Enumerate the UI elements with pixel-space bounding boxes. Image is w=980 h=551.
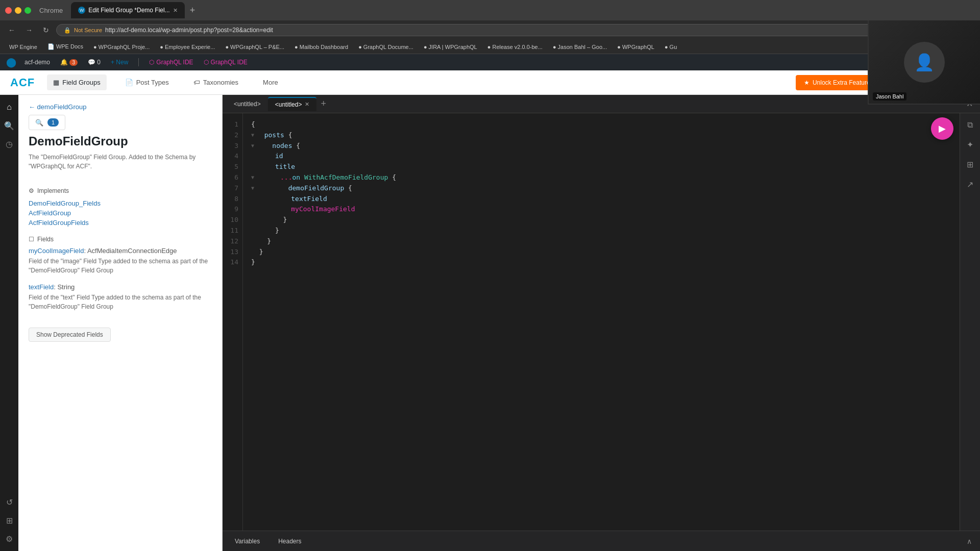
side-actions: ⧉ ✦ ⊞ ↗ xyxy=(960,113,980,531)
admin-bar-graphql-ide-2[interactable]: ⬡ GraphQL IDE xyxy=(202,58,250,67)
close-window-button[interactable] xyxy=(5,7,12,14)
sidebar-icon-grid[interactable]: ⊞ xyxy=(1,512,17,529)
camera-person-name: Jason Bahl xyxy=(873,92,906,101)
bookmark-release[interactable]: ● Release v2.0.0-be... xyxy=(483,43,547,51)
bookmark-mailbob[interactable]: ● Mailbob Dashboard xyxy=(290,43,352,51)
field-groups-icon: ▦ xyxy=(53,79,59,86)
bookmark-wpgraphql-pe[interactable]: ● WPGraphQL – P&E... xyxy=(221,43,288,51)
fold-arrow-2[interactable]: ▼ xyxy=(251,131,254,139)
field-name-type-0: myCoolImageField: AcfMediaItemConnection… xyxy=(29,247,212,255)
forward-button[interactable]: → xyxy=(22,24,36,36)
bookmark-graphql-docs[interactable]: ● GraphQL Docume... xyxy=(354,43,418,51)
line-numbers: 1 2 3 4 5 6 7 8 9 10 11 12 13 14 xyxy=(223,113,243,531)
line-num-1: 1 xyxy=(223,119,242,130)
sidebar-icon-history[interactable]: ◷ xyxy=(1,136,17,152)
implements-label: ⚙ Implements xyxy=(29,187,212,194)
show-deprecated-button[interactable]: Show Deprecated Fields xyxy=(29,328,111,342)
code-editor-content[interactable]: { ▼ posts { ▼ nodes { id title ▼ ...on W… xyxy=(243,113,960,531)
field-description-1: Field of the "text" Field Type added to … xyxy=(29,293,212,311)
merge-button[interactable]: ⊞ xyxy=(964,157,976,172)
new-tab-button[interactable]: + xyxy=(186,5,200,16)
active-tab[interactable]: W Edit Field Group *Demo Fiel... ✕ xyxy=(71,2,184,18)
wp-logo-icon[interactable]: ⬤ xyxy=(6,57,16,68)
search-box[interactable]: 🔍 1 xyxy=(29,115,65,130)
field-entry-0: myCoolImageField: AcfMediaItemConnection… xyxy=(29,247,212,275)
close-tab-button[interactable]: ✕ xyxy=(173,7,178,14)
panel-description: The "DemoFieldGroup" Field Group. Added … xyxy=(29,153,212,171)
collapse-variables-button[interactable]: ∧ xyxy=(967,537,972,545)
code-line-2: ▼ posts { xyxy=(251,130,951,141)
chrome-logo: Chrome xyxy=(39,7,63,14)
headers-tab[interactable]: Headers xyxy=(274,536,305,547)
admin-bar-comments[interactable]: 💬 0 xyxy=(86,58,103,67)
browser-traffic-lights[interactable] xyxy=(5,7,31,14)
acf-menu-taxonomies[interactable]: 🏷 Taxonomies xyxy=(187,74,244,90)
close-tab-2-button[interactable]: ✕ xyxy=(305,101,309,108)
sidebar-icon-search[interactable]: 🔍 xyxy=(1,117,17,134)
fold-arrow-3[interactable]: ▼ xyxy=(251,142,254,150)
code-line-12: } xyxy=(251,236,951,247)
run-query-button[interactable]: ▶ xyxy=(931,117,953,140)
taxonomies-icon: 🏷 xyxy=(193,79,200,86)
bookmark-wpgraphql[interactable]: ● WPGraphQL Proje... xyxy=(89,43,154,51)
share-button[interactable]: ↗ xyxy=(964,177,976,192)
bookmark-wp-engine[interactable]: WP Engine xyxy=(5,43,41,51)
field-name-0[interactable]: myCoolImageField xyxy=(29,247,84,255)
implements-section: ⚙ Implements DemoFieldGroup_Fields AcfFi… xyxy=(18,183,222,232)
code-line-14: } xyxy=(251,257,951,268)
implements-link-2[interactable]: AcfFieldGroupFields xyxy=(29,218,212,228)
sidebar-icon-settings[interactable]: ⚙ xyxy=(1,531,17,547)
code-line-7: ▼ demoFieldGroup { xyxy=(251,183,951,194)
acf-menu-field-groups[interactable]: ▦ Field Groups xyxy=(47,74,106,90)
code-line-4: id xyxy=(251,151,951,162)
bookmark-wpe-docs[interactable]: 📄 WPE Docs xyxy=(43,42,87,51)
address-bar[interactable]: 🔒 Not Secure http://acf-demo.local/wp-ad… xyxy=(56,24,905,36)
bookmark-gu[interactable]: ● Gu xyxy=(660,43,681,51)
bookmark-jason[interactable]: ● Jason Bahl – Goo... xyxy=(549,43,611,51)
bookmark-wpgraphql2[interactable]: ● WPGraphQL xyxy=(613,43,658,51)
implements-link-0[interactable]: DemoFieldGroup_Fields xyxy=(29,198,212,208)
minimize-window-button[interactable] xyxy=(15,7,21,14)
sidebar-icon-home[interactable]: ⌂ xyxy=(1,99,17,115)
variables-bar: Variables Headers ∧ xyxy=(223,531,980,551)
maximize-window-button[interactable] xyxy=(24,7,31,14)
fields-section: ☐ Fields myCoolImageField: AcfMediaItemC… xyxy=(18,232,222,323)
gql-tab-2[interactable]: <untitled> ✕ xyxy=(268,97,317,111)
back-button[interactable]: ← xyxy=(5,24,18,36)
new-query-tab-button[interactable]: + xyxy=(316,98,330,109)
active-tab-label: Edit Field Group *Demo Fiel... xyxy=(88,7,169,14)
field-name-1[interactable]: textField xyxy=(29,283,54,291)
admin-bar-new[interactable]: + New xyxy=(109,58,130,67)
refresh-button[interactable]: ↻ xyxy=(40,24,52,36)
fields-icon: ☐ xyxy=(29,236,34,243)
sidebar-icon-refresh[interactable]: ↺ xyxy=(1,494,17,510)
admin-bar-graphql-ide-1[interactable]: ⬡ GraphQL IDE xyxy=(147,58,195,67)
implements-link-1[interactable]: AcfFieldGroup xyxy=(29,208,212,218)
bookmark-jira[interactable]: ● JIRA | WPGraphQL xyxy=(420,43,481,51)
acf-menu-more[interactable]: More xyxy=(257,74,284,90)
play-button-container: ▶ xyxy=(931,117,953,140)
line-num-3: 3 xyxy=(223,141,242,152)
variables-tab[interactable]: Variables xyxy=(231,536,264,547)
fold-arrow-6[interactable]: ▼ xyxy=(251,173,254,182)
field-description-0: Field of the "image" Field Type added to… xyxy=(29,257,212,275)
fold-arrow-7[interactable]: ▼ xyxy=(251,184,254,192)
code-line-6: ▼ ...on WithAcfDemoFieldGroup { xyxy=(251,172,951,183)
breadcrumb[interactable]: ← demoFieldGroup xyxy=(29,103,212,111)
camera-placeholder: 👤 xyxy=(904,42,945,83)
code-line-5: title xyxy=(251,162,951,172)
code-line-8: textField xyxy=(251,194,951,205)
fields-label: ☐ Fields xyxy=(29,236,212,243)
acf-menu-post-types[interactable]: 📄 Post Types xyxy=(119,74,175,90)
field-type-1: : String xyxy=(54,283,75,291)
code-line-13: } xyxy=(251,247,951,258)
prettify-button[interactable]: ✦ xyxy=(964,137,976,153)
implements-icon: ⚙ xyxy=(29,187,34,194)
browser-tabs: W Edit Field Group *Demo Fiel... ✕ + xyxy=(71,2,975,18)
not-secure-label: Not Secure xyxy=(74,27,102,33)
bookmark-employee[interactable]: ● Employee Experie... xyxy=(156,43,219,51)
gql-tab-1[interactable]: <untitled> xyxy=(227,97,268,111)
admin-bar-notifications[interactable]: 🔔 3 xyxy=(58,58,80,67)
copy-button[interactable]: ⧉ xyxy=(964,117,976,133)
admin-bar-site[interactable]: acf-demo xyxy=(22,58,52,67)
